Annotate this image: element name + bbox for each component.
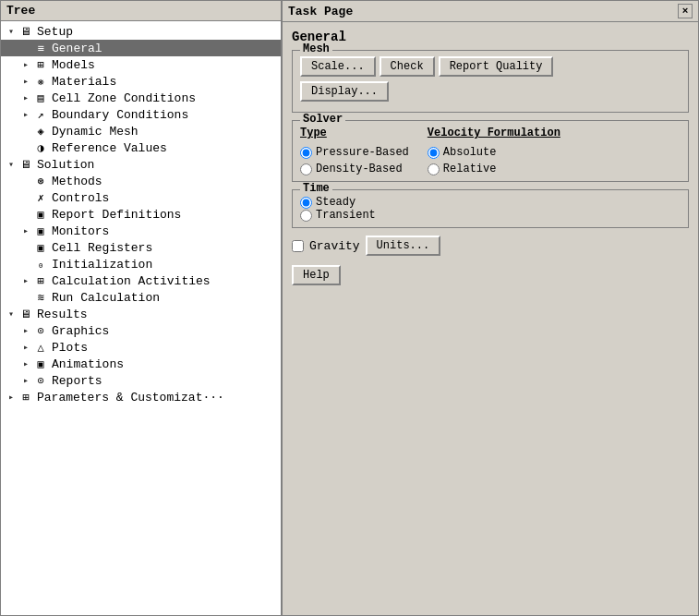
tree-icon-models: ⊞ <box>32 57 49 72</box>
density-based-label: Density-Based <box>316 163 403 175</box>
transient-radio[interactable] <box>300 210 312 222</box>
tree-icon-run-calc: ≋ <box>32 290 49 305</box>
tree-label-monitors: Monitors <box>52 224 109 238</box>
tree-item-report-defs[interactable]: ▣Report Definitions <box>1 206 281 223</box>
tree-icon-general: ≡ <box>32 41 49 55</box>
expand-arrow-boundary[interactable]: ▸ <box>19 109 32 120</box>
tree-item-calc-activities[interactable]: ▸⊞Calculation Activities <box>1 272 281 289</box>
tree-header: Tree <box>1 1 281 21</box>
tree-item-solution[interactable]: ▾🖥Solution <box>1 156 281 173</box>
tree-label-setup: Setup <box>37 25 73 39</box>
mesh-group-label: Mesh <box>300 42 332 55</box>
tree-item-animations[interactable]: ▸▣Animations <box>1 356 281 372</box>
expand-arrow-solution[interactable]: ▾ <box>5 159 18 170</box>
tree-item-models[interactable]: ▸⊞Models <box>1 56 281 73</box>
tree-item-reference[interactable]: ◑Reference Values <box>1 139 281 156</box>
steady-label: Steady <box>316 196 356 209</box>
help-button[interactable]: Help <box>292 265 341 285</box>
velocity-column: Velocity Formulation Absolute Relative <box>428 127 560 175</box>
tree-icon-monitors: ▣ <box>32 223 49 238</box>
tree-label-report-defs: Report Definitions <box>52 208 181 222</box>
relative-radio-label[interactable]: Relative <box>428 163 560 175</box>
solver-group-label: Solver <box>300 113 345 126</box>
expand-arrow-models[interactable]: ▸ <box>19 59 32 70</box>
expand-arrow-graphics[interactable]: ▸ <box>19 325 32 336</box>
gravity-row: Gravity Units... <box>292 236 689 256</box>
task-page-title: Task Page <box>288 5 353 18</box>
tree-item-reports[interactable]: ▸⊙Reports <box>1 372 281 389</box>
relative-radio[interactable] <box>428 163 440 175</box>
expand-arrow-animations[interactable]: ▸ <box>19 358 32 369</box>
steady-radio[interactable] <box>300 197 312 209</box>
tree-label-parameters: Parameters & Customizat··· <box>37 391 224 405</box>
help-section: Help <box>292 265 689 285</box>
tree-item-dynamic-mesh[interactable]: ◈Dynamic Mesh <box>1 123 281 139</box>
scale-button[interactable]: Scale... <box>300 56 376 77</box>
transient-radio-label[interactable]: Transient <box>300 209 681 222</box>
tree-item-cell-zone[interactable]: ▸▤Cell Zone Conditions <box>1 90 281 106</box>
tree-item-setup[interactable]: ▾🖥Setup <box>1 23 281 40</box>
tree-item-monitors[interactable]: ▸▣Monitors <box>1 223 281 239</box>
time-group: Time Steady Transient <box>292 189 689 228</box>
tree-label-cell-registers: Cell Registers <box>52 241 152 255</box>
density-based-radio-label[interactable]: Density-Based <box>300 163 409 175</box>
tree-item-general[interactable]: ≡General <box>1 40 281 56</box>
expand-arrow-results[interactable]: ▾ <box>5 308 18 320</box>
check-button[interactable]: Check <box>380 56 435 77</box>
expand-arrow-setup[interactable]: ▾ <box>5 26 18 37</box>
expand-arrow-parameters[interactable]: ▸ <box>5 392 18 403</box>
tree-icon-calc-activities: ⊞ <box>32 273 49 288</box>
task-body: General Mesh Scale... Check Report Quali… <box>283 22 698 615</box>
tree-icon-methods: ⊛ <box>32 174 49 188</box>
tree-item-results[interactable]: ▾🖥Results <box>1 306 281 322</box>
tree-label-animations: Animations <box>52 357 124 371</box>
absolute-radio[interactable] <box>428 147 440 159</box>
tree-item-run-calc[interactable]: ≋Run Calculation <box>1 289 281 306</box>
tree-icon-setup: 🖥 <box>18 24 34 39</box>
absolute-label: Absolute <box>443 146 497 159</box>
type-label: Type <box>300 127 409 139</box>
mesh-btn-row: Scale... Check Report Quality <box>300 56 681 77</box>
tree-item-controls[interactable]: ✗Controls <box>1 189 281 206</box>
tree-icon-boundary: ↗ <box>32 107 49 122</box>
pressure-based-radio-label[interactable]: Pressure-Based <box>300 146 409 159</box>
tree-label-dynamic-mesh: Dynamic Mesh <box>52 125 139 139</box>
display-button[interactable]: Display... <box>300 81 389 102</box>
tree-item-parameters[interactable]: ▸⊞Parameters & Customizat··· <box>1 389 281 405</box>
expand-arrow-materials[interactable]: ▸ <box>19 76 32 87</box>
tree-body: ▾🖥Setup≡General▸⊞Models▸❋Materials▸▤Cell… <box>1 21 281 615</box>
tree-label-cell-zone: Cell Zone Conditions <box>52 91 196 105</box>
units-button[interactable]: Units... <box>366 236 441 256</box>
tree-item-cell-registers[interactable]: ▣Cell Registers <box>1 239 281 256</box>
time-group-label: Time <box>300 182 332 195</box>
velocity-label: Velocity Formulation <box>428 127 560 139</box>
tree-item-boundary[interactable]: ▸↗Boundary Conditions <box>1 106 281 123</box>
tree-item-materials[interactable]: ▸❋Materials <box>1 73 281 90</box>
pressure-based-label: Pressure-Based <box>316 146 409 159</box>
absolute-radio-label[interactable]: Absolute <box>428 146 560 159</box>
tree-item-initialization[interactable]: ₀Initialization <box>1 256 281 272</box>
report-quality-button[interactable]: Report Quality <box>439 56 554 77</box>
tree-item-graphics[interactable]: ▸⊙Graphics <box>1 322 281 339</box>
tree-label-calc-activities: Calculation Activities <box>52 274 211 288</box>
tree-icon-parameters: ⊞ <box>18 390 34 405</box>
task-panel: Task Page × General Mesh Scale... Check … <box>283 1 698 615</box>
density-based-radio[interactable] <box>300 163 312 175</box>
tree-label-reference: Reference Values <box>52 141 167 155</box>
expand-arrow-cell-zone[interactable]: ▸ <box>19 92 32 103</box>
expand-arrow-plots[interactable]: ▸ <box>19 342 32 353</box>
expand-arrow-monitors[interactable]: ▸ <box>19 225 32 236</box>
expand-arrow-calc-activities[interactable]: ▸ <box>19 275 32 286</box>
steady-radio-label[interactable]: Steady <box>300 196 681 209</box>
tree-icon-dynamic-mesh: ◈ <box>32 124 49 139</box>
tree-icon-cell-zone: ▤ <box>32 91 49 105</box>
tree-icon-plots: △ <box>32 340 49 355</box>
type-column: Type Pressure-Based Density-Based <box>300 127 409 175</box>
gravity-checkbox[interactable] <box>292 240 304 252</box>
expand-arrow-reports[interactable]: ▸ <box>19 375 32 386</box>
pressure-based-radio[interactable] <box>300 147 312 159</box>
tree-item-plots[interactable]: ▸△Plots <box>1 339 281 356</box>
tree-label-reports: Reports <box>52 374 102 388</box>
close-button[interactable]: × <box>678 4 693 18</box>
tree-item-methods[interactable]: ⊛Methods <box>1 173 281 189</box>
